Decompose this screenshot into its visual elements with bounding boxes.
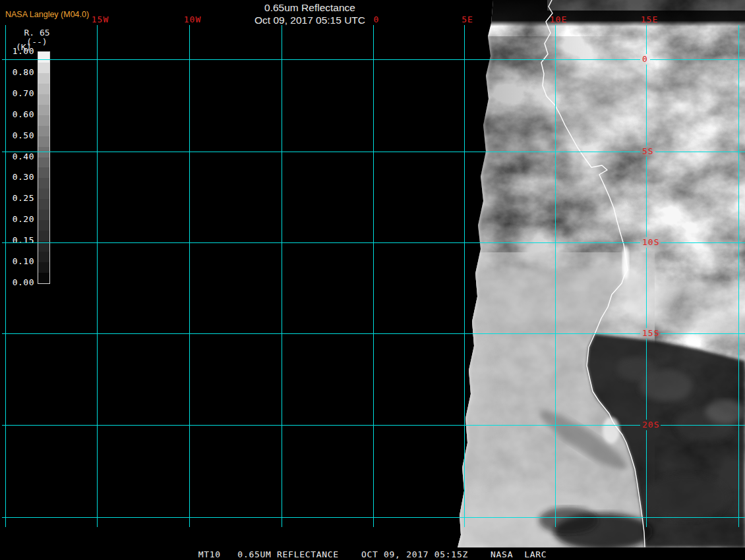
- satellite-image-viewer: R. 65 (--) (K) 1.000.800.700.600.500.400…: [0, 0, 745, 560]
- latlon-grid: [0, 0, 745, 560]
